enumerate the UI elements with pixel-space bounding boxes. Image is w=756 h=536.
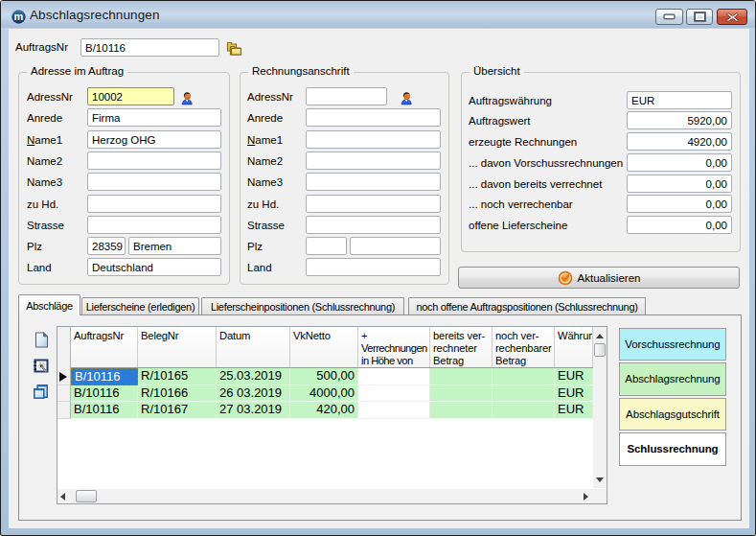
tab-label: noch offene Auftragspositionen (Schlussr… xyxy=(416,301,637,313)
column-header[interactable]: + Verrechnungen in Höhe von xyxy=(358,327,430,367)
grid-cell[interactable]: 4000,00 xyxy=(290,385,358,403)
column-header[interactable]: Währung xyxy=(555,327,593,367)
grid-cell[interactable]: 26 03.2019 xyxy=(217,385,290,403)
edit-record-icon[interactable] xyxy=(33,358,49,377)
abschlagsrechnung-button[interactable]: Abschlagsrechnung xyxy=(619,362,726,396)
abschlagsgutschrift-button[interactable]: Abschlagsgutschrift xyxy=(619,398,726,431)
noch-verrechenbar-label: ... noch verrechenbar xyxy=(469,198,573,210)
anrede-input[interactable] xyxy=(306,108,441,127)
grid-cell[interactable] xyxy=(493,368,555,385)
scroll-right-icon[interactable] xyxy=(584,493,588,501)
group-title: Adresse im Auftrag xyxy=(27,65,127,77)
name3-input[interactable] xyxy=(87,173,221,191)
zuhd-input[interactable] xyxy=(306,195,441,213)
tab-noch-offene-auftragspositionen[interactable]: noch offene Auftragspositionen (Schlussr… xyxy=(408,297,646,315)
row-selector-cell[interactable] xyxy=(57,402,71,419)
grid-cell[interactable] xyxy=(358,402,430,419)
grid-cell[interactable]: 500,00 xyxy=(290,368,358,385)
column-header[interactable]: VkNetto xyxy=(290,327,358,367)
contact-person-icon[interactable] xyxy=(180,91,194,108)
land-input[interactable] xyxy=(306,258,441,276)
grid-cell[interactable] xyxy=(430,402,493,419)
name1-input[interactable] xyxy=(306,130,441,149)
column-header[interactable]: AuftragsNr xyxy=(71,327,138,367)
tab-abschlaege[interactable]: Abschläge xyxy=(18,294,80,315)
column-header[interactable]: BelegNr xyxy=(138,327,217,367)
grid-cell[interactable]: EUR xyxy=(555,368,593,385)
name2-input[interactable] xyxy=(306,151,441,170)
zuhd-label: zu Hd. xyxy=(27,198,58,210)
hscroll-thumb[interactable] xyxy=(76,490,97,502)
anrede-label: Anrede xyxy=(27,112,62,124)
plz-input[interactable] xyxy=(87,237,126,255)
name1-input[interactable] xyxy=(87,130,221,149)
grid-hscrollbar[interactable] xyxy=(57,489,593,503)
grid-cell[interactable] xyxy=(430,385,493,403)
scroll-up-icon[interactable] xyxy=(596,334,604,338)
vorschussrechnung-button[interactable]: Vorschussrechnung xyxy=(619,328,726,361)
grid-cell[interactable]: EUR xyxy=(555,402,593,419)
name3-input[interactable] xyxy=(306,173,441,191)
grid-cell[interactable] xyxy=(358,385,430,403)
grid-cell[interactable] xyxy=(493,402,555,419)
name2-input[interactable] xyxy=(87,151,221,170)
grid-cell[interactable]: 420,00 xyxy=(290,402,358,419)
new-document-icon[interactable] xyxy=(34,332,49,351)
grid-vscrollbar[interactable] xyxy=(593,327,607,488)
adressnr-label: AdressNr xyxy=(27,91,73,103)
row-selector-cell[interactable] xyxy=(57,385,71,403)
zuhd-input[interactable] xyxy=(87,195,221,213)
strasse-input[interactable] xyxy=(306,216,441,234)
tab-lieferscheinpositionen[interactable]: Lieferscheinpositionen (Schlussrechnung) xyxy=(201,297,404,315)
adressnr-input[interactable] xyxy=(87,87,174,105)
strasse-input[interactable] xyxy=(87,216,221,234)
schlussrechnung-button[interactable]: Schlussrechnung xyxy=(619,432,726,466)
grid-cell[interactable]: B/10116 xyxy=(71,368,138,385)
land-input[interactable] xyxy=(87,258,221,276)
scroll-down-icon[interactable] xyxy=(596,478,604,482)
grid-cell[interactable]: R/10167 xyxy=(138,402,217,419)
anrede-input[interactable] xyxy=(87,108,221,127)
davon-vorschussrechnungen-value[interactable] xyxy=(627,153,732,172)
ort-input[interactable] xyxy=(350,237,441,255)
grid-cell[interactable] xyxy=(430,368,493,385)
name1-label: Name1 xyxy=(247,134,283,146)
grid-header: AuftragsNr BelegNr Datum VkNetto + Verre… xyxy=(57,327,593,368)
aktualisieren-label: Aktualisieren xyxy=(578,272,641,284)
column-header[interactable]: bereits ver- rechneter Betrag xyxy=(430,327,493,367)
grid-row: B/10116 R/10165 25.03.2019 500,00 EUR xyxy=(71,368,593,385)
grid-cell[interactable]: B/10116 xyxy=(71,385,138,403)
copy-record-icon[interactable] xyxy=(33,384,49,403)
zuhd-label: zu Hd. xyxy=(247,198,279,210)
tab-lieferscheine-erledigen[interactable]: Lieferscheine (erledigen) xyxy=(81,297,199,315)
auftragswert-value[interactable] xyxy=(627,111,732,129)
grid-cell[interactable]: EUR xyxy=(555,385,593,403)
plz-input[interactable] xyxy=(306,237,347,255)
grid-cell[interactable]: R/10165 xyxy=(138,368,217,385)
erzeugte-rechnungen-value[interactable] xyxy=(627,132,732,151)
noch-verrechenbar-value[interactable] xyxy=(627,195,732,213)
scroll-left-icon[interactable] xyxy=(60,493,65,501)
offene-lieferscheine-value[interactable] xyxy=(627,216,732,234)
grid-cell[interactable] xyxy=(493,385,555,403)
grid-cell[interactable] xyxy=(358,368,430,385)
column-header[interactable]: Datum xyxy=(217,327,290,367)
plz-label: Plz xyxy=(247,241,263,252)
davon-bereits-verrechnet-value[interactable] xyxy=(627,175,732,193)
adressnr-input[interactable] xyxy=(306,87,387,105)
open-folder-icon[interactable] xyxy=(226,39,244,59)
aktualisieren-button[interactable]: Aktualisieren xyxy=(458,267,740,289)
auftragswaehrung-value[interactable] xyxy=(627,91,732,109)
action-button-label: Abschlagsrechnung xyxy=(625,373,720,385)
grid-cell[interactable]: B/10116 xyxy=(71,402,138,419)
vscroll-thumb[interactable] xyxy=(594,343,607,357)
ort-input[interactable] xyxy=(128,237,221,255)
action-button-label: Vorschussrechnung xyxy=(625,338,720,350)
auftragsnr-input[interactable] xyxy=(80,38,219,57)
contact-person-icon[interactable] xyxy=(400,91,413,108)
app-window: m Abschlagsrechnungen AuftragsNr Adresse… xyxy=(0,0,756,536)
column-header[interactable]: noch ver- rechenbarer Betrag xyxy=(493,327,555,367)
grid-cell[interactable]: 27 03.2019 xyxy=(217,402,290,419)
grid-cell[interactable]: 25.03.2019 xyxy=(217,368,290,385)
grid-cell[interactable]: R/10166 xyxy=(138,385,217,403)
